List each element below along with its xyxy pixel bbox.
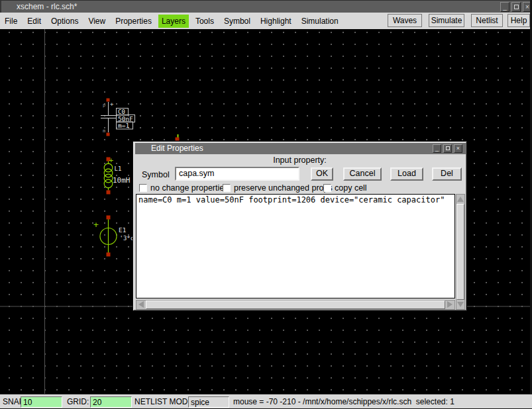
maximize-button[interactable] — [511, 2, 521, 12]
component-partial-pin — [176, 134, 180, 141]
cancel-button[interactable]: Cancel — [343, 167, 382, 181]
vertical-scrollbar-thumb[interactable] — [456, 204, 464, 300]
grid-label: GRID: — [67, 397, 89, 406]
pin-square — [107, 99, 110, 102]
simulate-button[interactable]: Simulate — [429, 14, 464, 27]
symbol-label: Symbol — [142, 170, 170, 179]
component-capacitor-c0[interactable]: p m + C0 50nF m=1 — [101, 99, 135, 136]
preserve-unchanged-props-label: preserve unchanged props — [234, 183, 333, 193]
symbol-input[interactable]: capa.sym — [175, 167, 299, 181]
component-source-e1[interactable]: + E1 '3*c — [93, 216, 134, 257]
snap-input[interactable]: 10 — [21, 396, 62, 408]
menu-options[interactable]: Options — [48, 15, 81, 28]
scroll-right-icon[interactable] — [447, 301, 452, 308]
cap-pin-bottom-label: m — [103, 128, 105, 134]
cap-value-label: 50nF — [118, 115, 133, 122]
dialog-title: Edit Properties — [151, 144, 203, 153]
cap-mult-label: m=1 — [118, 122, 129, 129]
menubar: File Edit Options View Properties Layers… — [0, 13, 532, 29]
component-inductor-l1[interactable]: + L1 10mH — [104, 156, 130, 195]
del-button[interactable]: Del — [432, 167, 462, 181]
dialog-minimize-button[interactable]: _ — [433, 144, 441, 153]
waves-button[interactable]: Waves — [388, 14, 422, 27]
minimize-icon: _ — [503, 3, 507, 11]
edit-properties-dialog: Edit Properties _ × Input property: Symb… — [133, 141, 467, 311]
dialog-maximize-button[interactable] — [443, 144, 452, 153]
minimize-button[interactable]: _ — [500, 2, 509, 12]
cap-plus-sign: + — [110, 101, 114, 107]
symbol-input-value: capa.sym — [179, 169, 215, 178]
cap-pin-top-label: p — [103, 103, 105, 108]
maximize-icon — [514, 5, 519, 9]
src-name-label: E1 — [119, 226, 127, 234]
help-button[interactable]: Help — [507, 14, 530, 27]
scroll-up-icon[interactable] — [457, 197, 464, 202]
statusbar: SNAP: 10 GRID: 20 NETLIST MODE: spice mo… — [0, 394, 532, 409]
dialog-close-button[interactable]: × — [454, 144, 462, 153]
scroll-down-icon[interactable] — [457, 302, 464, 307]
ind-plus-sign: + — [109, 156, 114, 165]
menu-symbol[interactable]: Symbol — [221, 15, 254, 28]
copy-cell-label: copy cell — [335, 183, 367, 193]
pin-square — [107, 253, 111, 257]
netlist-mode-input[interactable]: spice — [188, 396, 229, 408]
ind-value-label: 10mH — [113, 176, 131, 185]
menu-file[interactable]: File — [1, 15, 21, 28]
menu-view[interactable]: View — [85, 15, 109, 28]
pin-square — [107, 216, 111, 220]
src-value-label: '3*c — [120, 235, 134, 242]
cap-name-label: C0 — [118, 109, 125, 115]
dialog-titlebar[interactable]: Edit Properties _ × — [135, 143, 466, 154]
close-icon: × — [525, 3, 529, 11]
minimize-icon: _ — [435, 145, 439, 152]
no-change-properties-label: no change properties — [150, 183, 228, 193]
grid-value: 20 — [93, 398, 101, 407]
property-text-wrapper: name=C0 m=1 value=50nF footprint=1206 de… — [136, 194, 455, 298]
horizontal-scrollbar[interactable] — [136, 300, 455, 310]
window-title: xschem - rlc.sch* — [17, 2, 77, 11]
ok-button[interactable]: OK — [311, 167, 333, 181]
window-titlebar[interactable]: xschem - rlc.sch* _ × — [0, 0, 532, 13]
menu-simulation[interactable]: Simulation — [298, 15, 342, 28]
preserve-unchanged-props-checkbox[interactable] — [223, 184, 231, 192]
pin-square — [107, 191, 111, 195]
menu-edit[interactable]: Edit — [24, 15, 44, 28]
src-plus-sign: + — [93, 220, 99, 230]
netlist-mode-label: NETLIST MODE: — [134, 397, 195, 406]
grid-input[interactable]: 20 — [90, 396, 132, 408]
load-button[interactable]: Load — [390, 167, 423, 181]
menu-properties[interactable]: Properties — [112, 15, 155, 28]
netlist-mode-value: spice — [191, 398, 209, 407]
scroll-left-icon[interactable] — [138, 301, 144, 308]
input-property-prompt: Input property: — [133, 156, 466, 165]
vertical-scrollbar[interactable] — [456, 194, 465, 310]
mouse-status-info: mouse = -70 -210 - /mnt/x/home/schippes/… — [233, 397, 454, 406]
snap-value: 10 — [23, 398, 32, 407]
ind-name-label: L1 — [115, 165, 122, 172]
pin-square — [107, 133, 110, 136]
close-icon: × — [456, 145, 460, 152]
menu-items: File Edit Options View Properties Layers… — [1, 13, 345, 29]
property-textarea[interactable]: name=C0 m=1 value=50nF footprint=1206 de… — [136, 195, 454, 298]
menu-layers[interactable]: Layers — [158, 15, 189, 28]
menu-highlight[interactable]: Highlight — [257, 15, 295, 28]
menu-tools[interactable]: Tools — [192, 15, 217, 28]
copy-cell-checkbox[interactable] — [323, 184, 331, 192]
maximize-icon — [446, 146, 450, 150]
horizontal-scrollbar-thumb[interactable] — [146, 300, 445, 309]
no-change-properties-checkbox[interactable] — [139, 184, 147, 192]
netlist-button[interactable]: Netlist — [471, 14, 503, 27]
